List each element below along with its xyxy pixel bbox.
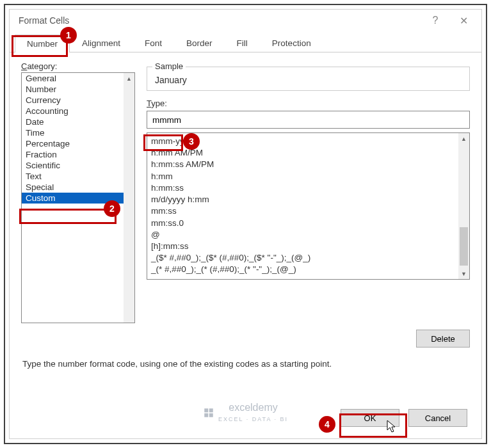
tab-font[interactable]: Font	[133, 34, 174, 52]
cat-item-date[interactable]: Date	[22, 116, 134, 127]
dialog-title: Format Cells	[19, 15, 69, 26]
type-item[interactable]: [h]:mm:ss	[151, 241, 465, 252]
type-listbox[interactable]: mmm-yy h:mm AM/PM h:mm:ss AM/PM h:mm h:m…	[147, 132, 470, 280]
sample-value: January	[155, 75, 463, 85]
type-item[interactable]: h:mm:ss AM/PM	[151, 159, 465, 170]
category-scrollbar[interactable]: ▲	[124, 73, 134, 323]
type-item[interactable]: mm:ss.0	[151, 218, 465, 229]
type-item[interactable]: h:mm AM/PM	[151, 147, 465, 159]
scrollbar-thumb[interactable]	[460, 227, 468, 266]
cat-item-time[interactable]: Time	[22, 127, 134, 138]
cat-item-special[interactable]: Special	[22, 182, 134, 193]
helper-text: Type the number format code, using one o…	[10, 348, 481, 369]
cat-item-number[interactable]: Number	[22, 84, 134, 95]
titlebar: Format Cells ? ✕	[10, 10, 481, 31]
tab-fill[interactable]: Fill	[225, 34, 260, 52]
watermark-sub: EXCEL · DATA · BI	[218, 416, 288, 422]
tab-border[interactable]: Border	[174, 34, 225, 52]
cat-item-custom[interactable]: Custom	[22, 193, 134, 204]
tabstrip: Number Alignment Font Border Fill Protec…	[10, 34, 481, 52]
type-item[interactable]: h:mm	[151, 171, 465, 182]
help-icon[interactable]: ?	[421, 11, 449, 30]
watermark-icon	[203, 407, 214, 419]
cat-item-scientific[interactable]: Scientific	[22, 160, 134, 171]
cat-item-fraction[interactable]: Fraction	[22, 149, 134, 160]
type-item[interactable]: _($* #,##0_);_($* (#,##0);_($* "-"_);_(@…	[151, 252, 465, 264]
type-item[interactable]: @	[151, 229, 465, 241]
cat-item-general[interactable]: General	[22, 73, 134, 84]
type-item[interactable]: _(* #,##0_);_(* (#,##0);_(* "-"_);_(@_)	[151, 264, 465, 275]
tab-number[interactable]: Number	[15, 35, 70, 52]
tab-protection[interactable]: Protection	[260, 34, 323, 52]
cat-item-text[interactable]: Text	[22, 171, 134, 182]
type-item[interactable]: mm:ss	[151, 205, 465, 217]
cat-item-accounting[interactable]: Accounting	[22, 106, 134, 116]
scrollbar-track[interactable]	[458, 144, 469, 268]
scroll-up-icon[interactable]: ▲	[458, 133, 469, 144]
category-label: Category:	[21, 61, 135, 71]
type-scrollbar[interactable]: ▲ ▼	[458, 133, 469, 279]
format-cells-dialog: Format Cells ? ✕ Number Alignment Font B…	[9, 9, 482, 439]
type-item[interactable]: mmm-yy	[151, 136, 465, 147]
type-item[interactable]: m/d/yyyy h:mm	[151, 194, 465, 205]
dialog-buttons: OK Cancel	[341, 409, 467, 427]
delete-button[interactable]: Delete	[416, 330, 470, 348]
cancel-button[interactable]: Cancel	[408, 409, 467, 427]
tab-alignment[interactable]: Alignment	[70, 34, 133, 52]
category-listbox[interactable]: General Number Currency Accounting Date …	[21, 72, 135, 323]
ok-button[interactable]: OK	[341, 409, 399, 427]
type-input[interactable]	[147, 111, 470, 129]
type-item[interactable]: h:mm:ss	[151, 182, 465, 194]
scroll-down-icon[interactable]: ▼	[458, 268, 469, 279]
type-list-inner: mmm-yy h:mm AM/PM h:mm:ss AM/PM h:mm h:m…	[147, 133, 469, 278]
type-label: Type:	[147, 99, 470, 108]
cat-item-percentage[interactable]: Percentage	[22, 138, 134, 149]
right-column: Sample January Type: mmm-yy h:mm AM/PM h…	[147, 61, 470, 323]
cat-item-currency[interactable]: Currency	[22, 95, 134, 106]
sample-group: Sample January	[147, 67, 470, 91]
dialog-content: Category: General Number Currency Accoun…	[10, 52, 481, 323]
category-column: Category: General Number Currency Accoun…	[21, 61, 135, 323]
scroll-up-icon[interactable]: ▲	[124, 73, 134, 84]
sample-legend: Sample	[152, 61, 186, 71]
delete-row: Delete	[10, 330, 481, 348]
close-icon[interactable]: ✕	[449, 11, 478, 30]
watermark-brand: exceldemy	[229, 402, 277, 413]
